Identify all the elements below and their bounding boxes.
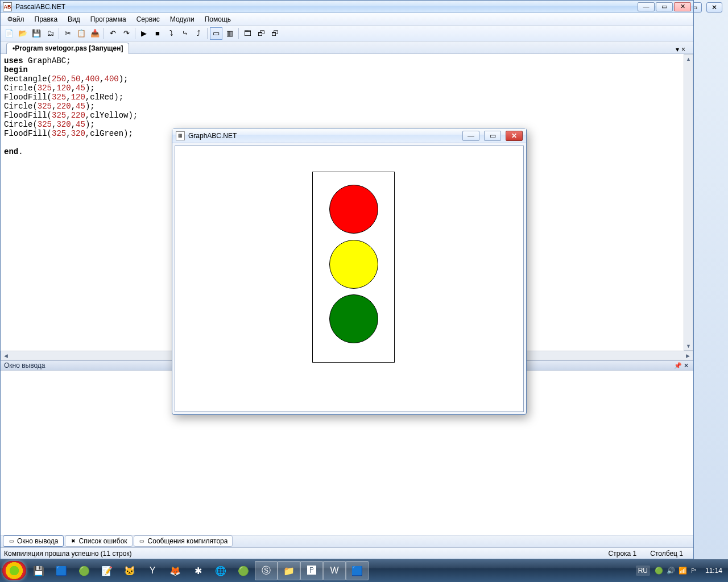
graphabc-title: GraphABC.NET <box>188 132 237 140</box>
stop-icon[interactable]: ■ <box>151 27 164 40</box>
pascalabc-icon: AB <box>3 2 12 11</box>
green-circle <box>329 294 378 343</box>
tab-output[interactable]: ▭Окно вывода <box>3 535 64 547</box>
pin-icon[interactable]: 📌 <box>674 362 682 369</box>
task-app-red[interactable]: ✱ <box>187 561 209 580</box>
undo-icon[interactable]: ↶ <box>106 27 119 40</box>
panel-close-icon[interactable]: ✕ <box>682 362 690 369</box>
paste-icon[interactable]: 📥 <box>89 27 101 40</box>
menu-edit[interactable]: Правка <box>30 14 63 24</box>
start-button[interactable] <box>2 561 26 580</box>
graphabc-titlebar[interactable]: ▦ GraphABC.NET — ▭ ✕ <box>172 128 526 143</box>
clock[interactable]: 11:14 <box>702 567 722 575</box>
task-utorrent2[interactable]: 🟢 <box>232 561 255 580</box>
tray-utorrent[interactable]: 🟢 <box>655 567 663 575</box>
tray-volume[interactable]: 🔊 <box>667 567 675 575</box>
toolbar-separator <box>207 28 208 39</box>
copy-icon[interactable]: 📋 <box>75 27 88 40</box>
document-tabbar: •Program svetogor.pas [Запущен] ▾ × <box>1 41 693 54</box>
step-into-icon[interactable]: ⤷ <box>179 27 191 40</box>
scroll-down-icon[interactable]: ▼ <box>684 342 693 350</box>
task-pabc[interactable]: 🅿 <box>300 561 323 580</box>
task-chrome[interactable]: 🌐 <box>209 561 232 580</box>
task-explorer[interactable]: 📁 <box>278 561 300 580</box>
save-icon[interactable]: 💾 <box>30 27 43 40</box>
system-tray[interactable]: RU 🟢🔊📶🏳 11:14 <box>632 566 726 576</box>
ide-title: PascalABC.NET <box>15 3 65 11</box>
task-utorrent[interactable]: 🟢 <box>73 561 96 580</box>
menu-help[interactable]: Помощь <box>200 14 235 24</box>
graphabc-window[interactable]: ▦ GraphABC.NET — ▭ ✕ <box>172 128 527 415</box>
task-skype2[interactable]: Ⓢ <box>255 561 278 580</box>
menu-service[interactable]: Сервис <box>132 14 164 24</box>
menu-file[interactable]: Файл <box>3 14 29 24</box>
menubar: Файл Правка Вид Программа Сервис Модули … <box>1 13 693 26</box>
output-panel-title: Окно вывода <box>4 361 46 369</box>
ide-minimize-button[interactable]: — <box>638 2 655 11</box>
task-graphabc[interactable]: 🟦 <box>346 561 369 580</box>
window-3-icon[interactable]: 🗗 <box>268 27 281 40</box>
child-minimize-button[interactable]: — <box>462 131 479 141</box>
outer-close-button[interactable]: ✕ <box>706 2 722 13</box>
task-yandex[interactable]: Y <box>141 561 164 580</box>
step-out-icon[interactable]: ⤴ <box>192 27 205 40</box>
task-skype[interactable]: 🟦 <box>50 561 73 580</box>
statusbar: Компиляция прошла успешно (11 строк) Стр… <box>1 547 693 559</box>
status-message: Компиляция прошла успешно (11 строк) <box>4 550 132 558</box>
menu-view[interactable]: Вид <box>63 14 85 24</box>
task-save[interactable]: 💾 <box>27 561 50 580</box>
toggle-2-icon[interactable]: ▥ <box>224 27 236 40</box>
toolbar-separator <box>135 28 135 39</box>
tabbar-menu-button[interactable]: ▾ <box>676 45 679 53</box>
toolbar: 📄📂💾🗂✂📋📥↶↷▶■⤵⤷⤴▭▥🗔🗗🗗 <box>1 26 693 41</box>
run-icon[interactable]: ▶ <box>138 27 150 40</box>
graphabc-canvas <box>175 146 524 412</box>
redo-icon[interactable]: ↷ <box>120 27 133 40</box>
step-over-icon[interactable]: ⤵ <box>165 27 177 40</box>
tab-compiler-label: Сообщения компилятора <box>148 537 228 545</box>
red-circle <box>329 185 378 234</box>
document-tab[interactable]: •Program svetogor.pas [Запущен] <box>6 43 129 54</box>
status-line: Строка 1 <box>602 550 644 558</box>
tab-errors-icon: ✖ <box>70 538 77 544</box>
tray-network[interactable]: 📶 <box>679 567 687 575</box>
task-word[interactable]: W <box>323 561 346 580</box>
tab-compiler-icon: ▭ <box>139 538 146 544</box>
child-close-button[interactable]: ✕ <box>506 131 523 141</box>
ide-close-button[interactable]: ✕ <box>674 2 691 11</box>
bottom-tabbar: ▭Окно вывода✖Список ошибок▭Сообщения ком… <box>1 535 693 547</box>
traffic-light-rectangle <box>312 172 395 363</box>
window-2-icon[interactable]: 🗗 <box>255 27 267 40</box>
ide-titlebar[interactable]: AB PascalABC.NET — ▭ ✕ <box>1 1 693 13</box>
task-scratch[interactable]: 🐱 <box>118 561 141 580</box>
task-firefox[interactable]: 🦊 <box>164 561 187 580</box>
child-maximize-button[interactable]: ▭ <box>484 131 501 141</box>
graphabc-icon: ▦ <box>176 131 185 140</box>
tab-errors-label: Список ошибок <box>79 537 127 545</box>
tabbar-close-button[interactable]: × <box>681 45 685 53</box>
tray-action[interactable]: 🏳 <box>690 567 697 575</box>
yellow-circle <box>329 240 378 289</box>
toolbar-separator <box>59 28 59 39</box>
vertical-scrollbar[interactable]: ▲ ▼ <box>684 54 693 351</box>
tab-output-icon: ▭ <box>8 538 15 544</box>
window-1-icon[interactable]: 🗔 <box>241 27 254 40</box>
scroll-right-icon[interactable]: ▶ <box>683 353 693 359</box>
task-notes[interactable]: 📝 <box>96 561 118 580</box>
new-file-icon[interactable]: 📄 <box>3 27 15 40</box>
taskbar[interactable]: 💾🟦🟢📝🐱Y🦊✱🌐🟢Ⓢ📁🅿W🟦 RU 🟢🔊📶🏳 11:14 <box>0 559 728 582</box>
toggle-1-icon[interactable]: ▭ <box>210 27 222 40</box>
cut-icon[interactable]: ✂ <box>61 27 74 40</box>
menu-modules[interactable]: Модули <box>166 14 199 24</box>
tab-errors[interactable]: ✖Список ошибок <box>65 535 133 547</box>
scroll-left-icon[interactable]: ◀ <box>1 353 11 359</box>
language-indicator[interactable]: RU <box>636 566 650 576</box>
menu-program[interactable]: Программа <box>86 14 131 24</box>
save-all-icon[interactable]: 🗂 <box>44 27 56 40</box>
ide-maximize-button[interactable]: ▭ <box>656 2 673 11</box>
tab-compiler[interactable]: ▭Сообщения компилятора <box>134 535 233 547</box>
tab-output-label: Окно вывода <box>17 537 59 545</box>
scroll-up-icon[interactable]: ▲ <box>684 55 693 63</box>
toolbar-separator <box>238 28 239 39</box>
open-icon[interactable]: 📂 <box>16 27 29 40</box>
